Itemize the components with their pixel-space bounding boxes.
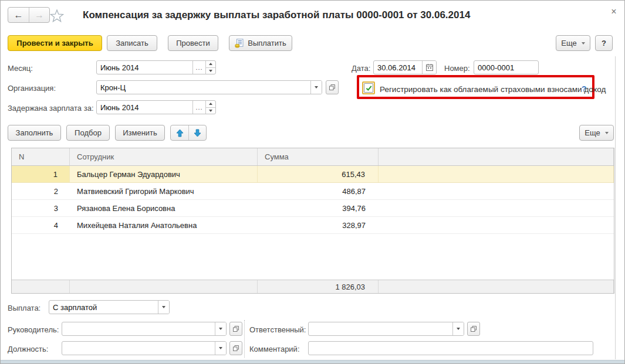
cell-n: 2 <box>12 183 70 199</box>
move-down-button[interactable] <box>188 125 206 140</box>
manager-field-group <box>62 322 227 336</box>
table-header-row: N Сотрудник Сумма <box>12 148 614 166</box>
organization-input[interactable] <box>97 81 310 94</box>
delayed-salary-input[interactable] <box>97 101 192 114</box>
manager-open-button[interactable] <box>229 322 242 336</box>
open-in-form-icon <box>232 325 239 332</box>
pay-document-coins-icon <box>235 39 244 48</box>
spin-up-icon[interactable] <box>206 61 215 67</box>
cell-empty <box>379 183 614 199</box>
month-choose-button[interactable]: ... <box>192 61 205 74</box>
table-row[interactable]: 4 Михейцева Наталия Анатольевна 328,97 <box>12 217 614 234</box>
spin-down-icon[interactable] <box>206 107 215 114</box>
calendar-icon[interactable] <box>422 61 436 74</box>
pick-button[interactable]: Подбор <box>66 125 110 141</box>
organization-open-button[interactable] <box>326 80 339 94</box>
payment-select[interactable] <box>49 301 158 314</box>
fill-button[interactable]: Заполнить <box>8 125 61 141</box>
number-label: Номер: <box>444 64 470 73</box>
column-header-n[interactable]: N <box>12 148 70 165</box>
table-total: 1 826,03 <box>258 280 379 293</box>
history-nav: ← → <box>8 7 50 23</box>
post-and-close-button[interactable]: Провести и закрыть <box>8 35 102 51</box>
cell-employee: Бальцер Герман Эдуардович <box>70 166 258 182</box>
table-footer-row: 1 826,03 <box>12 280 614 293</box>
save-button[interactable]: Записать <box>107 35 157 51</box>
payment-dropdown-icon[interactable] <box>158 301 169 314</box>
spin-down-icon[interactable] <box>206 67 215 74</box>
organization-label: Организация: <box>8 84 56 93</box>
month-field-group: ... <box>96 60 216 74</box>
cell-n: 1 <box>12 166 70 182</box>
payment-field-group <box>49 300 170 314</box>
delayed-salary-spinner <box>205 101 215 114</box>
forward-button[interactable]: → <box>29 8 49 22</box>
organization-field-group <box>96 80 322 94</box>
cell-empty <box>379 217 614 233</box>
table-row[interactable]: 1 Бальцер Герман Эдуардович 615,43 <box>12 166 614 183</box>
pay-button[interactable]: Выплатить <box>229 35 292 51</box>
position-dropdown-icon[interactable] <box>215 342 226 355</box>
table-row[interactable]: 2 Матвиевский Григорий Маркович 486,87 <box>12 183 614 200</box>
spin-up-icon[interactable] <box>206 101 215 107</box>
cell-n: 3 <box>12 200 70 216</box>
position-open-button[interactable] <box>229 341 242 355</box>
move-up-button[interactable] <box>171 125 188 140</box>
column-header-amount[interactable]: Сумма <box>258 148 379 165</box>
chevron-down-icon <box>605 132 609 134</box>
cell-amount: 328,97 <box>258 217 379 233</box>
register-insurance-checkbox[interactable] <box>362 81 375 94</box>
column-header-empty <box>379 148 614 165</box>
favorite-star-icon[interactable] <box>50 9 64 24</box>
window-bottom-edge <box>1 360 624 363</box>
footer-empty <box>379 280 614 293</box>
responsible-dropdown-icon[interactable] <box>452 322 464 335</box>
close-icon[interactable]: × <box>607 5 620 18</box>
date-field-group <box>373 60 437 74</box>
cell-employee: Рязанова Елена Борисовна <box>70 200 258 216</box>
responsible-open-button[interactable] <box>467 322 480 336</box>
manager-dropdown-icon[interactable] <box>215 322 226 335</box>
delayed-salary-field-group: ... <box>96 100 216 114</box>
edit-button[interactable]: Изменить <box>115 125 165 141</box>
open-in-form-icon <box>329 84 336 91</box>
delayed-salary-choose-button[interactable]: ... <box>192 101 205 114</box>
table-row[interactable]: 3 Рязанова Елена Борисовна 394,76 <box>12 200 614 217</box>
delayed-salary-label: Задержана зарплата за: <box>8 104 94 113</box>
manager-label: Руководитель: <box>8 325 59 334</box>
arrow-up-icon <box>176 129 184 137</box>
position-input[interactable] <box>62 342 215 355</box>
column-header-employee[interactable]: Сотрудник <box>70 148 258 165</box>
page-title: Компенсация за задержку выплаты заработн… <box>83 9 470 21</box>
cell-amount: 615,43 <box>258 166 379 182</box>
date-label: Дата: <box>352 64 370 73</box>
document-window: ← → Компенсация за задержку выплаты зара… <box>0 0 625 364</box>
open-in-form-icon <box>232 345 239 352</box>
date-input[interactable] <box>374 61 422 74</box>
column-separator <box>244 320 245 358</box>
cell-amount: 394,76 <box>258 200 379 216</box>
number-input[interactable] <box>474 60 539 74</box>
table-more-button[interactable]: Еще <box>579 125 614 141</box>
more-button[interactable]: Еще <box>556 35 590 51</box>
month-label: Месяц: <box>8 64 33 73</box>
arrow-down-icon <box>194 129 201 137</box>
register-insurance-help-link[interactable]: ? <box>582 84 586 93</box>
responsible-field-group <box>308 322 464 336</box>
responsible-input[interactable] <box>309 322 452 335</box>
cell-n: 4 <box>12 217 70 233</box>
manager-input[interactable] <box>62 322 215 335</box>
footer-employee <box>70 280 258 293</box>
cell-empty <box>379 166 614 182</box>
month-input[interactable] <box>97 61 192 74</box>
cell-empty <box>379 200 614 216</box>
comment-input[interactable] <box>308 341 593 355</box>
post-button[interactable]: Провести <box>168 35 218 51</box>
month-spinner <box>205 61 215 74</box>
cell-employee: Матвиевский Григорий Маркович <box>70 183 258 199</box>
register-insurance-label[interactable]: Регистрировать как облагаемый страховыми… <box>380 85 606 94</box>
help-button[interactable]: ? <box>595 35 613 51</box>
back-button[interactable]: ← <box>8 8 29 22</box>
organization-dropdown-icon[interactable] <box>310 81 322 94</box>
responsible-label: Ответственный: <box>249 325 306 334</box>
